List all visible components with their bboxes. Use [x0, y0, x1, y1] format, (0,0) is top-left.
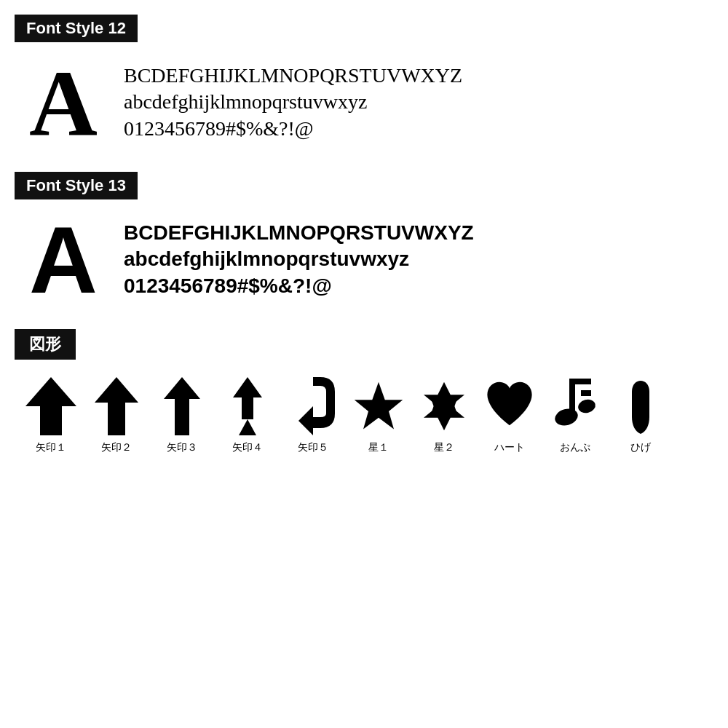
shape-note: おんぷ: [546, 377, 604, 454]
shapes-header: 図形: [15, 329, 76, 360]
shape-arrow1-label: 矢印１: [36, 441, 66, 454]
shape-heart: ハート: [480, 377, 539, 454]
shape-star1: 星１: [349, 377, 408, 454]
svg-marker-3: [164, 377, 200, 435]
shape-star1-label: 星１: [368, 441, 389, 454]
font-style-13-header: Font Style 13: [15, 172, 138, 199]
shape-arrow2: 矢印２: [87, 377, 146, 454]
font-style-12-section: Font Style 12 A BCDEFGHIJKLMNOPQRSTUVWXY…: [15, 15, 713, 150]
font-style-13-section: Font Style 13 A BCDEFGHIJKLMNOPQRSTUVWXY…: [15, 172, 713, 307]
font-style-12-line2: abcdefghijklmnopqrstuvwxyz: [124, 89, 462, 115]
shape-star2-label: 星２: [434, 441, 454, 454]
svg-point-13: [577, 397, 597, 415]
svg-rect-12: [581, 390, 591, 396]
svg-marker-5: [239, 419, 256, 435]
shapes-row: 矢印１ 矢印２ 矢印３ 矢印４: [15, 377, 713, 454]
font-style-12-big-letter: A: [29, 55, 109, 150]
font-style-13-line1: BCDEFGHIJKLMNOPQRSTUVWXYZ: [124, 220, 474, 246]
font-style-13-demo: A BCDEFGHIJKLMNOPQRSTUVWXYZ abcdefghijkl…: [15, 213, 713, 307]
shape-arrow5: 矢印５: [284, 377, 342, 454]
shape-arrow1: 矢印１: [22, 377, 80, 454]
font-style-13-big-letter: A: [29, 213, 109, 307]
svg-marker-4: [233, 377, 262, 419]
font-style-12-chars: BCDEFGHIJKLMNOPQRSTUVWXYZ abcdefghijklmn…: [124, 55, 462, 142]
shape-arrow3-label: 矢印３: [167, 441, 197, 454]
font-style-12-demo: A BCDEFGHIJKLMNOPQRSTUVWXYZ abcdefghijkl…: [15, 55, 713, 150]
shape-arrow3: 矢印３: [153, 377, 211, 454]
shape-note-label: おんぷ: [560, 441, 590, 454]
font-style-13-line2: abcdefghijklmnopqrstuvwxyz: [124, 246, 474, 272]
font-style-12-header: Font Style 12: [15, 15, 138, 42]
shape-arrow4: 矢印４: [218, 377, 277, 454]
shape-arrow2-label: 矢印２: [101, 441, 132, 454]
svg-rect-2: [108, 421, 125, 435]
font-style-12-line3: 0123456789#$%&?!@: [124, 116, 462, 142]
shapes-section: 図形 矢印１ 矢印２ 矢印３: [15, 329, 713, 454]
svg-marker-0: [25, 377, 76, 435]
shape-heart-label: ハート: [494, 441, 525, 454]
svg-point-11: [553, 406, 580, 428]
shape-star2: 星２: [415, 377, 473, 454]
svg-marker-6: [355, 382, 403, 430]
svg-rect-10: [575, 379, 591, 384]
shape-arrow5-label: 矢印５: [298, 441, 328, 454]
shape-mustache-label: ひげ: [630, 441, 651, 454]
font-style-13-chars: BCDEFGHIJKLMNOPQRSTUVWXYZ abcdefghijklmn…: [124, 213, 474, 299]
font-style-13-line3: 0123456789#$%&?!@: [124, 273, 474, 299]
shape-arrow4-label: 矢印４: [232, 441, 263, 454]
font-style-12-line1: BCDEFGHIJKLMNOPQRSTUVWXYZ: [124, 63, 462, 89]
shape-mustache: ひげ: [612, 377, 670, 454]
